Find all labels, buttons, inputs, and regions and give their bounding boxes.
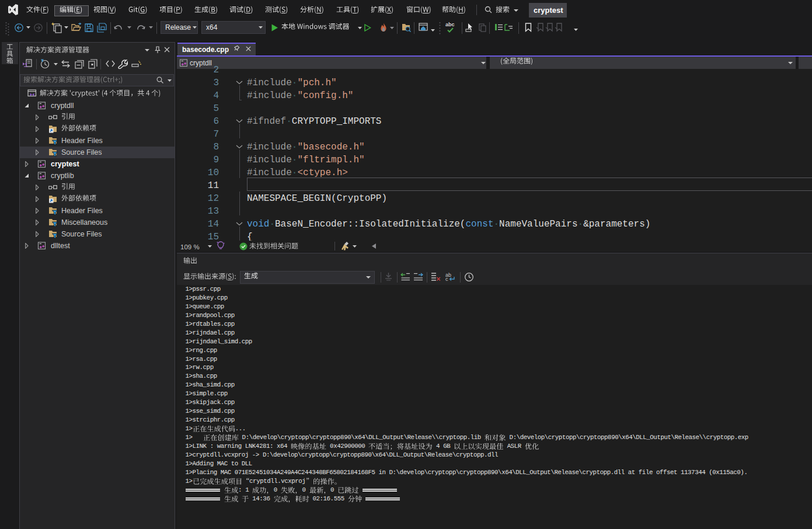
svg-text:c: c <box>445 276 448 281</box>
